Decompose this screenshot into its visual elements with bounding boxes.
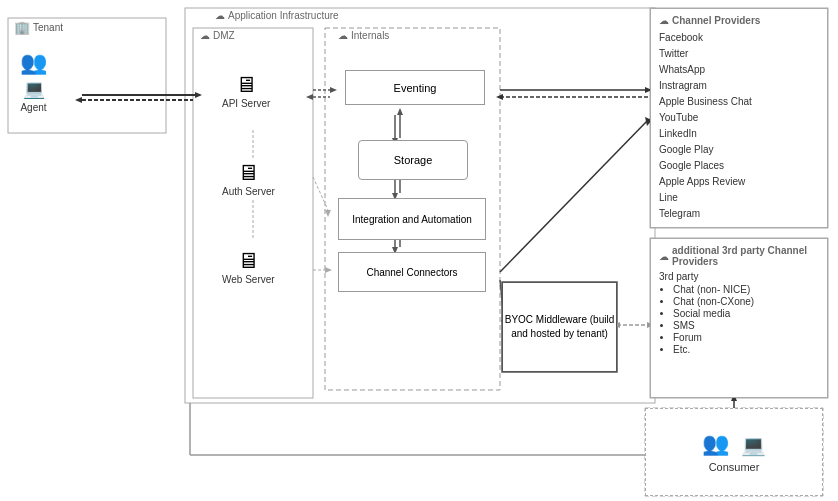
- svg-marker-9: [195, 92, 202, 98]
- storage-box: Storage: [358, 140, 468, 180]
- consumer-label: Consumer: [709, 461, 760, 473]
- ap-items-list: Chat (non- NICE) Chat (non-CXone) Social…: [659, 284, 819, 355]
- web-server-icon: 🖥: [222, 248, 275, 274]
- cp-google-play: Google Play: [659, 142, 819, 158]
- cp-whatsapp: WhatsApp: [659, 62, 819, 78]
- svg-marker-13: [330, 87, 337, 93]
- consumer-laptop-icon: 💻: [741, 433, 766, 457]
- api-server-group: 🖥 API Server: [222, 72, 270, 109]
- web-server-label: Web Server: [222, 274, 275, 285]
- additional-providers-label: additional 3rd party Channel Providers: [672, 245, 819, 267]
- integration-box: Integration and Automation: [338, 198, 486, 240]
- svg-marker-42: [325, 267, 332, 273]
- channel-connectors-label: Channel Connectors: [366, 267, 457, 278]
- svg-marker-40: [325, 210, 331, 217]
- svg-marker-19: [397, 108, 403, 115]
- auth-server-label: Auth Server: [222, 186, 275, 197]
- cp-youtube: YouTube: [659, 110, 819, 126]
- agent-laptop-icon: 💻: [20, 78, 47, 100]
- byoc-box: BYOC Middleware (build and hosted by ten…: [502, 282, 617, 372]
- cloud-icon-internals: ☁: [338, 30, 348, 41]
- ap-item-forum: Forum: [673, 332, 819, 343]
- svg-line-28: [500, 120, 648, 272]
- svg-marker-51: [496, 94, 503, 100]
- channel-connectors-box: Channel Connectors: [338, 252, 486, 292]
- eventing-label: Eventing: [394, 82, 437, 94]
- cp-facebook: Facebook: [659, 30, 819, 46]
- agent-person-icon: 👥: [20, 50, 47, 76]
- additional-providers-header: ☁ additional 3rd party Channel Providers: [659, 245, 819, 267]
- ap-item-chat-nice: Chat (non- NICE): [673, 284, 819, 295]
- consumer-person-icon: 👥: [702, 431, 729, 457]
- additional-providers-section: ☁ additional 3rd party Channel Providers…: [650, 238, 828, 398]
- svg-line-39: [313, 177, 328, 210]
- consumer-section: 👥 💻 Consumer: [645, 408, 823, 496]
- diagram: ☁ Application Infrastructure 🏢 Tenant 👥 …: [0, 0, 838, 501]
- cloud-icon-infra: ☁: [215, 10, 225, 21]
- cp-line: Line: [659, 190, 819, 206]
- cloud-icon-dmz: ☁: [200, 30, 210, 41]
- ap-sublabel: 3rd party: [659, 271, 819, 282]
- agent-label: Agent: [20, 102, 47, 113]
- ap-item-social: Social media: [673, 308, 819, 319]
- web-server-group: 🖥 Web Server: [222, 248, 275, 285]
- ap-item-sms: SMS: [673, 320, 819, 331]
- cp-google-places: Google Places: [659, 158, 819, 174]
- tenant-icon: 🏢: [14, 20, 30, 35]
- cp-twitter: Twitter: [659, 46, 819, 62]
- channel-providers-label: Channel Providers: [672, 15, 760, 26]
- cp-linkedin: LinkedIn: [659, 126, 819, 142]
- integration-label: Integration and Automation: [352, 213, 472, 226]
- auth-server-group: 🖥 Auth Server: [222, 160, 275, 197]
- cp-instagram: Instragram: [659, 78, 819, 94]
- channel-providers-section: ☁ Channel Providers Facebook Twitter Wha…: [650, 8, 828, 228]
- eventing-box: Eventing: [345, 70, 485, 105]
- tenant-label: 🏢 Tenant: [14, 20, 63, 35]
- dmz-label: ☁ DMZ: [200, 30, 235, 41]
- cloud-icon-ap: ☁: [659, 251, 669, 262]
- internals-label: ☁ Internals: [338, 30, 389, 41]
- api-server-icon: 🖥: [222, 72, 270, 98]
- svg-marker-11: [75, 97, 82, 103]
- cp-telegram: Telegram: [659, 206, 819, 222]
- cp-apple-apps-review: Apple Apps Review: [659, 174, 819, 190]
- app-infra-label: ☁ Application Infrastructure: [215, 10, 339, 21]
- cp-apple-business-chat: Apple Business Chat: [659, 94, 819, 110]
- ap-item-chat-cxone: Chat (non-CXone): [673, 296, 819, 307]
- svg-marker-15: [306, 94, 313, 100]
- api-server-label: API Server: [222, 98, 270, 109]
- cloud-icon-cp: ☁: [659, 15, 669, 26]
- byoc-label: BYOC Middleware (build and hosted by ten…: [503, 313, 616, 341]
- auth-server-icon: 🖥: [222, 160, 275, 186]
- channel-providers-header: ☁ Channel Providers: [659, 15, 819, 26]
- ap-item-etc: Etc.: [673, 344, 819, 355]
- agent-group: 👥 💻 Agent: [20, 50, 47, 113]
- storage-label: Storage: [394, 154, 433, 166]
